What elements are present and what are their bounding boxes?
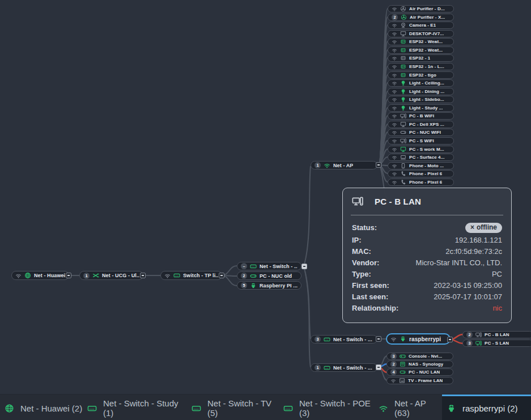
phone-icon bbox=[400, 163, 406, 169]
node-air-purifier-d[interactable]: Air Purifier - D... bbox=[388, 5, 454, 12]
node-light-study[interactable]: Light - Study ... bbox=[388, 104, 454, 112]
collapse-toggle[interactable] bbox=[447, 337, 453, 342]
node-pc-s-work[interactable]: PC - S work M... bbox=[388, 146, 454, 153]
tab-label: Net - Huawei (2) bbox=[20, 404, 82, 413]
node-label: Raspberry PI ... bbox=[260, 283, 298, 289]
switch-icon bbox=[324, 336, 330, 343]
switch-icon bbox=[173, 272, 180, 279]
node-label: raspberrypi bbox=[409, 336, 441, 342]
node-pc-s-lan[interactable]: 3PC - S LAN bbox=[462, 340, 531, 347]
node-net-switch-top[interactable]: –Net - Switch - ... bbox=[237, 262, 301, 270]
node-pc-b-lan[interactable]: 2PC - B LAN bbox=[462, 331, 531, 338]
raspberry-icon bbox=[250, 282, 257, 289]
node-pc-s-wifi[interactable]: PC - S WIFI bbox=[388, 137, 454, 145]
node-phone-pixel6-b[interactable]: Phone - Pixel 6 bbox=[388, 179, 454, 186]
port-badge: – bbox=[241, 263, 247, 269]
edge bbox=[304, 166, 311, 264]
switch-icon bbox=[250, 263, 257, 270]
raspberry-icon bbox=[400, 336, 406, 342]
node-esp32-weat-1[interactable]: ESP32 - Weat... bbox=[388, 38, 454, 45]
network-topology-canvas: Air Purifier - D...2Air Purifier - X...C… bbox=[0, 0, 531, 420]
node-light-ceiling[interactable]: Light - Ceiling... bbox=[388, 79, 454, 87]
node-label: Console - Nvi... bbox=[409, 354, 442, 359]
node-phone-moto[interactable]: Phone - Moto ... bbox=[388, 162, 454, 169]
bulb-icon bbox=[400, 80, 406, 86]
tab-label: Net - Switch - TV (5) bbox=[207, 398, 279, 418]
node-light-dining[interactable]: Light - Dining ... bbox=[388, 88, 454, 95]
tab-net-switch-tv[interactable]: Net - Switch - TV (5) bbox=[187, 394, 279, 420]
handset-icon bbox=[400, 179, 406, 185]
node-pc-dell-xps[interactable]: PC - Dell XPS ... bbox=[388, 121, 454, 128]
port-badge: 1 bbox=[315, 364, 321, 371]
collapse-toggle[interactable] bbox=[66, 273, 71, 278]
console-icon bbox=[400, 353, 406, 359]
nas-icon bbox=[400, 361, 406, 367]
collapse-toggle[interactable] bbox=[140, 273, 146, 278]
node-pc-surface-4[interactable]: PC - Surface 4... bbox=[388, 154, 454, 161]
tab-net-switch-poe[interactable]: Net - Switch - POE (3) bbox=[279, 394, 374, 420]
tab-raspberrypi[interactable]: raspberrypi (2) bbox=[442, 394, 531, 420]
node-net-ucg[interactable]: 1Net - UCG - Ul... bbox=[79, 271, 143, 280]
node-esp32-tigo[interactable]: ESP32 - tigo bbox=[388, 71, 454, 79]
detail-label: Relationship: bbox=[352, 304, 398, 312]
fan-icon bbox=[400, 6, 406, 12]
node-console-nvi[interactable]: 3Console - Nvi... bbox=[386, 353, 453, 360]
node-light-sidebo[interactable]: Light - Sidebo... bbox=[388, 96, 454, 103]
node-pc-nuc-lan[interactable]: 4PC - NUC LAN bbox=[386, 368, 453, 376]
monitor-icon bbox=[400, 121, 406, 128]
node-label: PC - S work M... bbox=[409, 147, 444, 152]
node-camera-e1[interactable]: Camera - E1 bbox=[388, 22, 454, 29]
node-esp32-1n[interactable]: ESP32 - 1n - L... bbox=[388, 63, 454, 70]
status-value: offline bbox=[477, 223, 497, 231]
wifi-icon bbox=[392, 105, 397, 111]
node-pc-nuc-old[interactable]: 2PC - NUC old bbox=[237, 271, 301, 280]
node-net-switch-bot[interactable]: 1Net - Switch - ... bbox=[311, 363, 377, 372]
edge bbox=[304, 269, 311, 367]
node-pc-b-wifi[interactable]: PC - B WIFI bbox=[388, 112, 454, 120]
bulb-icon bbox=[400, 88, 406, 95]
globe-icon bbox=[24, 272, 31, 279]
node-label: DESKTOP-IV7... bbox=[409, 31, 444, 36]
node-pc-nuc-wifi[interactable]: PC - NUC WIFI bbox=[388, 129, 454, 136]
node-phone-pixel6-a[interactable]: Phone - Pixel 6 bbox=[388, 170, 454, 177]
node-net-huawei[interactable]: Net - Huawei bbox=[11, 271, 69, 280]
chip-icon bbox=[400, 63, 406, 70]
tab-net-huawei[interactable]: Net - Huawei (2) bbox=[0, 394, 83, 420]
collapse-toggle[interactable] bbox=[219, 273, 224, 278]
collapse-toggle[interactable] bbox=[301, 264, 307, 269]
tab-net-switch-study[interactable]: Net - Switch - Study (1) bbox=[83, 394, 187, 420]
collapse-toggle[interactable] bbox=[376, 162, 381, 168]
tab-label: raspberrypi (2) bbox=[462, 404, 518, 413]
tab-label: Net - Switch - Study (1) bbox=[103, 398, 187, 418]
port-badge: 1 bbox=[83, 273, 90, 279]
node-label: PC - B WIFI bbox=[409, 113, 434, 118]
routes-icon bbox=[92, 272, 99, 279]
node-nas-synology[interactable]: 2NAS - Synology bbox=[386, 360, 453, 368]
detail-row: IP:192.168.1.121 bbox=[343, 234, 511, 245]
nuc-icon bbox=[400, 369, 406, 375]
tab-net-ap[interactable]: Net - AP (63) bbox=[374, 394, 442, 420]
node-label: Phone - Pixel 6 bbox=[409, 180, 442, 185]
collapse-toggle[interactable] bbox=[376, 364, 381, 370]
node-air-purifier-x[interactable]: 2Air Purifier - X... bbox=[388, 14, 454, 21]
node-raspberrypi[interactable]: raspberrypi bbox=[386, 333, 451, 345]
status-badge: ×offline bbox=[465, 223, 502, 233]
pc-icon bbox=[400, 138, 406, 144]
node-label: PC - NUC old bbox=[260, 273, 292, 279]
node-net-switch-mid[interactable]: 3Net - Switch - ... bbox=[311, 335, 377, 343]
node-esp32-1[interactable]: ESP32 - 1 bbox=[388, 54, 454, 62]
node-raspberry-pi-old[interactable]: 5Raspberry PI ... bbox=[237, 281, 301, 290]
detail-row: Status:×offline bbox=[343, 221, 511, 234]
node-label: Net - Switch - ... bbox=[333, 365, 372, 371]
collapse-toggle[interactable] bbox=[376, 336, 381, 342]
wifi-icon bbox=[392, 80, 397, 86]
node-esp32-weat-2[interactable]: ESP32 - Weat... bbox=[388, 46, 454, 54]
node-net-ap[interactable]: 1Net - AP bbox=[311, 161, 377, 169]
surface-icon bbox=[400, 154, 406, 160]
node-label: Switch - TP li... bbox=[183, 273, 218, 278]
wifi-icon bbox=[164, 273, 171, 279]
nuc-icon bbox=[250, 273, 257, 279]
node-tv-frame-lan[interactable]: TV - Frame LAN bbox=[386, 377, 453, 384]
node-desktop-iv7[interactable]: DESKTOP-IV7... bbox=[388, 30, 454, 37]
node-switch-tp-link[interactable]: Switch - TP li... bbox=[160, 271, 222, 280]
